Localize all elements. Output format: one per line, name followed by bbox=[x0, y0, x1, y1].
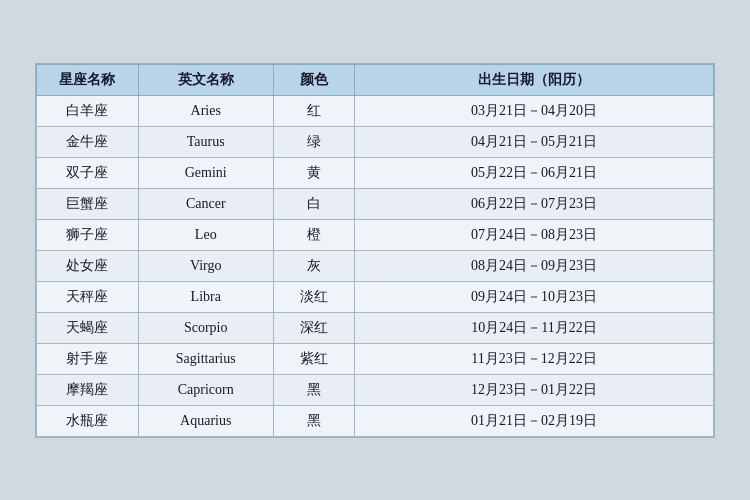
cell-english: Scorpio bbox=[138, 312, 273, 343]
cell-date: 08月24日－09月23日 bbox=[355, 250, 714, 281]
table-row: 巨蟹座Cancer白06月22日－07月23日 bbox=[37, 188, 714, 219]
cell-chinese: 狮子座 bbox=[37, 219, 139, 250]
cell-date: 03月21日－04月20日 bbox=[355, 95, 714, 126]
cell-date: 09月24日－10月23日 bbox=[355, 281, 714, 312]
table-row: 天蝎座Scorpio深红10月24日－11月22日 bbox=[37, 312, 714, 343]
cell-color: 白 bbox=[273, 188, 354, 219]
table-row: 白羊座Aries红03月21日－04月20日 bbox=[37, 95, 714, 126]
table-row: 双子座Gemini黄05月22日－06月21日 bbox=[37, 157, 714, 188]
cell-english: Libra bbox=[138, 281, 273, 312]
table-body: 白羊座Aries红03月21日－04月20日金牛座Taurus绿04月21日－0… bbox=[37, 95, 714, 436]
cell-chinese: 摩羯座 bbox=[37, 374, 139, 405]
cell-english: Leo bbox=[138, 219, 273, 250]
cell-chinese: 水瓶座 bbox=[37, 405, 139, 436]
table-row: 水瓶座Aquarius黑01月21日－02月19日 bbox=[37, 405, 714, 436]
table-row: 处女座Virgo灰08月24日－09月23日 bbox=[37, 250, 714, 281]
cell-english: Capricorn bbox=[138, 374, 273, 405]
cell-english: Gemini bbox=[138, 157, 273, 188]
cell-color: 红 bbox=[273, 95, 354, 126]
cell-date: 11月23日－12月22日 bbox=[355, 343, 714, 374]
cell-color: 紫红 bbox=[273, 343, 354, 374]
cell-chinese: 白羊座 bbox=[37, 95, 139, 126]
cell-color: 淡红 bbox=[273, 281, 354, 312]
cell-english: Cancer bbox=[138, 188, 273, 219]
cell-color: 灰 bbox=[273, 250, 354, 281]
cell-date: 05月22日－06月21日 bbox=[355, 157, 714, 188]
header-english: 英文名称 bbox=[138, 64, 273, 95]
cell-chinese: 金牛座 bbox=[37, 126, 139, 157]
cell-chinese: 巨蟹座 bbox=[37, 188, 139, 219]
cell-chinese: 射手座 bbox=[37, 343, 139, 374]
cell-color: 橙 bbox=[273, 219, 354, 250]
cell-english: Aries bbox=[138, 95, 273, 126]
cell-date: 12月23日－01月22日 bbox=[355, 374, 714, 405]
cell-chinese: 处女座 bbox=[37, 250, 139, 281]
zodiac-table-container: 星座名称 英文名称 颜色 出生日期（阳历） 白羊座Aries红03月21日－04… bbox=[35, 63, 715, 438]
cell-color: 深红 bbox=[273, 312, 354, 343]
table-row: 天秤座Libra淡红09月24日－10月23日 bbox=[37, 281, 714, 312]
cell-date: 06月22日－07月23日 bbox=[355, 188, 714, 219]
cell-english: Virgo bbox=[138, 250, 273, 281]
cell-date: 07月24日－08月23日 bbox=[355, 219, 714, 250]
cell-color: 黑 bbox=[273, 405, 354, 436]
cell-color: 黄 bbox=[273, 157, 354, 188]
cell-chinese: 天秤座 bbox=[37, 281, 139, 312]
cell-date: 04月21日－05月21日 bbox=[355, 126, 714, 157]
cell-color: 黑 bbox=[273, 374, 354, 405]
header-chinese: 星座名称 bbox=[37, 64, 139, 95]
zodiac-table: 星座名称 英文名称 颜色 出生日期（阳历） 白羊座Aries红03月21日－04… bbox=[36, 64, 714, 437]
table-header-row: 星座名称 英文名称 颜色 出生日期（阳历） bbox=[37, 64, 714, 95]
cell-english: Aquarius bbox=[138, 405, 273, 436]
cell-chinese: 双子座 bbox=[37, 157, 139, 188]
table-row: 射手座Sagittarius紫红11月23日－12月22日 bbox=[37, 343, 714, 374]
header-color: 颜色 bbox=[273, 64, 354, 95]
cell-date: 01月21日－02月19日 bbox=[355, 405, 714, 436]
cell-color: 绿 bbox=[273, 126, 354, 157]
table-row: 狮子座Leo橙07月24日－08月23日 bbox=[37, 219, 714, 250]
header-date: 出生日期（阳历） bbox=[355, 64, 714, 95]
table-row: 摩羯座Capricorn黑12月23日－01月22日 bbox=[37, 374, 714, 405]
cell-chinese: 天蝎座 bbox=[37, 312, 139, 343]
cell-date: 10月24日－11月22日 bbox=[355, 312, 714, 343]
cell-english: Sagittarius bbox=[138, 343, 273, 374]
table-row: 金牛座Taurus绿04月21日－05月21日 bbox=[37, 126, 714, 157]
cell-english: Taurus bbox=[138, 126, 273, 157]
